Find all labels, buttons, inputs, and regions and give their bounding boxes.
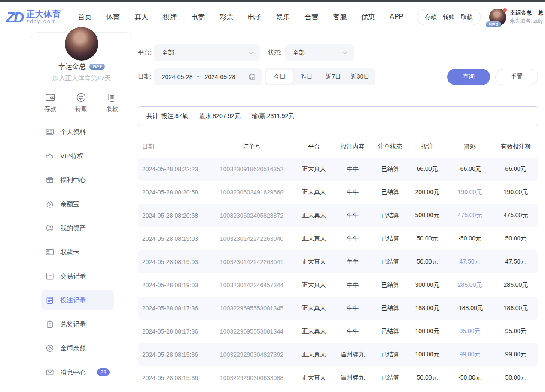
cell-status: 已结算 xyxy=(372,374,408,382)
range-7days-button[interactable]: 近7日 xyxy=(320,70,347,84)
cell-valid: 47.50元 xyxy=(493,258,538,266)
sidebar-item-withdraw-card[interactable]: 取款卡 xyxy=(31,240,132,264)
chevron-down-icon xyxy=(248,50,254,56)
nav-item-service[interactable]: 客服 xyxy=(333,13,347,22)
cell-bet: 66.00元 xyxy=(408,165,446,173)
sidebar-item-label: 投注记录 xyxy=(60,296,86,304)
status-select[interactable]: 全部 xyxy=(285,44,354,61)
date-from: 2024-05-28 xyxy=(162,73,193,80)
cell-content: 牛牛 xyxy=(333,235,372,243)
range-today-button[interactable]: 今日 xyxy=(266,70,293,84)
profile-avatar[interactable] xyxy=(65,27,98,61)
transfer-link[interactable]: 转账 xyxy=(443,13,455,21)
nav-item-joint[interactable]: 合营 xyxy=(304,13,318,22)
cell-order: 1003230142242263040 xyxy=(209,235,295,242)
wallet-quick-actions: 存款 转账 取款 xyxy=(417,9,481,25)
cell-order: 1003230602491629568 xyxy=(209,189,295,196)
table-row: 2024-05-28 08:20:58 1003230602491629568 … xyxy=(138,181,538,204)
date-range-input[interactable]: 2024-05-28 ~ 2024-05-28 xyxy=(154,68,262,85)
gift-icon xyxy=(46,176,54,184)
table-row: 2024-05-28 08:19:03 1003230142246457344 … xyxy=(138,273,538,297)
sidebar-item-label: 我的资产 xyxy=(60,224,86,232)
calendar-icon[interactable] xyxy=(249,73,256,80)
cell-status: 已结算 xyxy=(372,188,408,196)
sidebar-item-coin-balance[interactable]: 金币余额 xyxy=(31,336,132,360)
sidebar-item-label: 福利中心 xyxy=(60,176,86,184)
nav-item-promo[interactable]: 优惠 xyxy=(361,13,375,22)
nav-item-entertainment[interactable]: 娱乐 xyxy=(276,13,290,22)
cell-order: 1003230602495823872 xyxy=(209,212,295,219)
sidebar-item-redeem-records[interactable]: 兑奖记录 xyxy=(31,312,132,336)
cell-valid: 475.00元 xyxy=(493,212,538,219)
range-30days-button[interactable]: 近30日 xyxy=(347,70,374,84)
cell-bet: 500.00元 xyxy=(408,212,446,219)
table-row: 2024-05-28 08:19:03 1003230142242263040 … xyxy=(138,227,538,250)
cell-order: 1003229695553081345 xyxy=(209,305,295,312)
platform-select[interactable]: 全部 xyxy=(154,44,260,61)
cell-valid: 99.00元 xyxy=(493,351,538,359)
reset-button[interactable]: 重置 xyxy=(495,69,538,85)
cell-content: 牛牛 xyxy=(333,304,372,312)
permanent-domain-note: 永久域名: zdty xyxy=(510,17,544,25)
cell-valid: 188.00元 xyxy=(493,304,538,312)
mail-icon xyxy=(46,368,54,377)
cell-date: 2024-05-28 08:20:58 xyxy=(138,189,209,196)
nav-item-esports[interactable]: 电竞 xyxy=(191,13,205,22)
sidebar-item-bet-records[interactable]: 投注记录 xyxy=(41,290,114,310)
transaction-list-icon xyxy=(46,272,54,280)
cell-valid: 50.00元 xyxy=(493,374,538,382)
sidebar-item-transactions[interactable]: 交易记录 xyxy=(31,264,132,288)
sidebar-item-label: 兑奖记录 xyxy=(60,320,86,328)
cell-content: 牛牛 xyxy=(333,188,372,196)
cell-payout: 285.00元 xyxy=(446,281,493,289)
nav-item-home[interactable]: 首页 xyxy=(78,13,91,22)
status-value: 全部 xyxy=(293,49,342,57)
sidebar-item-messages[interactable]: 消息中心 28 xyxy=(31,360,132,384)
cell-content: 温州牌九 xyxy=(333,351,372,359)
sidebar-item-welfare[interactable]: 福利中心 xyxy=(31,168,132,192)
cell-status: 已结算 xyxy=(372,235,408,243)
bet-records-icon xyxy=(46,296,54,304)
cell-order: 1003229290300633088 xyxy=(209,374,295,381)
nav-item-electronic[interactable]: 电子 xyxy=(248,13,262,22)
sidebar-item-vip[interactable]: VIP特权 xyxy=(31,144,132,168)
deposit-button[interactable]: 存款 xyxy=(41,92,60,113)
sidebar-menu: 个人资料 VIP特权 福利中心 余额宝 我的资产 取款卡 交易记录 投注记录 xyxy=(31,120,132,392)
cell-platform: 正大真人 xyxy=(295,165,333,173)
cell-platform: 正大真人 xyxy=(295,304,333,312)
sidebar-item-profile[interactable]: 个人资料 xyxy=(31,120,132,144)
sidebar: 幸运金总VIP 3 加入正大体育第87天 存款 转账 取款 个人资料 xyxy=(31,32,132,392)
cell-status: 已结算 xyxy=(372,351,408,359)
sidebar-item-assets[interactable]: 我的资产 xyxy=(31,216,132,240)
nav-item-chess[interactable]: 棋牌 xyxy=(163,13,177,22)
transfer-icon xyxy=(76,92,87,103)
summary-bar: 共计 投注:67笔 流水:8207.92元 输/赢:2311.92元 xyxy=(138,106,538,126)
withdraw-button[interactable]: 取款 xyxy=(103,92,122,113)
range-yesterday-button[interactable]: 昨日 xyxy=(293,70,320,84)
cell-date: 2024-05-28 08:22:23 xyxy=(138,166,209,173)
nav-item-live[interactable]: 真人 xyxy=(134,13,148,22)
vip-badge: VIP 3 xyxy=(89,64,105,70)
sidebar-item-label: 消息中心 xyxy=(60,368,86,377)
nav-item-sports[interactable]: 体育 xyxy=(106,13,120,22)
withdraw-link[interactable]: 取款 xyxy=(461,13,473,21)
site-logo[interactable]: ZD 正大体育 zdty.com xyxy=(6,9,61,24)
query-button[interactable]: 查询 xyxy=(447,69,490,85)
cell-order: 1003230142242263041 xyxy=(209,258,295,265)
cell-bet: 50.00元 xyxy=(408,235,446,243)
date-quick-ranges: 今日 昨日 近7日 近30日 xyxy=(265,68,375,85)
cell-platform: 正大真人 xyxy=(295,188,333,196)
sidebar-item-label: 余额宝 xyxy=(60,200,79,208)
deposit-link[interactable]: 存款 xyxy=(425,13,437,21)
sidebar-item-yuebao[interactable]: 余额宝 xyxy=(31,192,132,216)
transfer-button[interactable]: 转账 xyxy=(72,92,91,113)
cell-content: 牛牛 xyxy=(333,281,372,289)
sidebar-item-feedback[interactable]: 意见反馈 xyxy=(31,384,132,392)
nav-item-lottery[interactable]: 彩票 xyxy=(219,13,233,22)
cell-date: 2024-05-28 08:15:36 xyxy=(138,351,209,358)
cell-platform: 正大真人 xyxy=(295,258,333,266)
nav-item-app[interactable]: APP xyxy=(390,13,403,22)
main-nav: 首页 体育 真人 棋牌 电竞 彩票 电子 娱乐 合营 客服 优惠 APP xyxy=(78,13,403,22)
header-user[interactable]: VIP 3 幸运金总总 永久域名: zdty xyxy=(489,9,545,26)
cell-content: 牛牛 xyxy=(333,258,372,266)
